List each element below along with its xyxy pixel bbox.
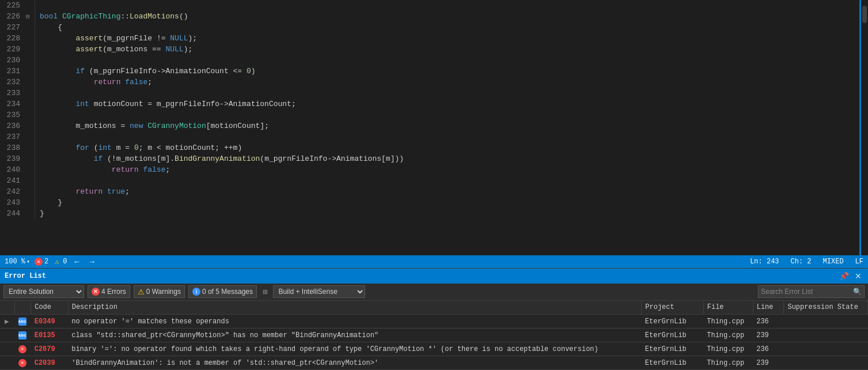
row-description: class "std::shared_ptr<CGrannyMotion>" h… [68,329,642,342]
scope-dropdown[interactable]: Entire Solution Current Project Open Doc… [3,285,84,298]
line-content [35,88,868,99]
code-line: 232 return false; [0,77,868,88]
line-content: if (m_pgrnFileInfo->AnimationCount <= 0) [35,66,868,77]
row-code: C2679 [31,342,68,356]
line-number: 237 [0,131,26,142]
line-gutter [26,197,35,208]
error-list-toolbar: Entire Solution Current Project Open Doc… [0,284,868,301]
messages-filter-button[interactable]: i 0 of 5 Messages [188,285,257,298]
line-gutter [26,55,35,66]
line-gutter [26,142,35,153]
code-line: 233 [0,88,868,99]
error-table-body: ▶ abc E0349 no operator '=' matches thes… [0,315,868,370]
code-line: 241 [0,175,868,186]
line-number: 241 [0,175,26,186]
table-row[interactable]: ▶ abc E0349 no operator '=' matches thes… [0,315,868,329]
row-description: binary '=': no operator found which take… [68,342,642,356]
code-line: 242 return true; [0,186,868,197]
table-row[interactable]: ✕ C2039 'BindGrannyAnimation': is not a … [0,356,868,370]
line-gutter [26,175,35,186]
row-icon-abc: abc [18,318,26,326]
row-project: EterGrnLib [642,356,703,370]
zoom-dropdown-arrow[interactable]: ▾ [26,258,30,265]
error-count-indicator[interactable]: ✕ 2 [35,258,48,266]
row-suppression [784,342,868,356]
line-number: 225 [0,0,26,11]
row-line: 236 [753,342,784,356]
col-line-header[interactable]: Line [753,301,784,315]
line-number: 240 [0,164,26,175]
line-gutter [26,164,35,175]
table-row[interactable]: ✕ C2679 binary '=': no operator found wh… [0,342,868,356]
info-filter-icon: i [192,288,200,296]
error-code: E0135 [35,331,55,339]
toolbar-icon-sort: ⊞ [263,287,267,297]
line-content: return false; [35,164,868,175]
row-expand[interactable] [0,329,15,342]
code-line: 229 assert(m_motions == NULL); [0,44,868,55]
row-suppression [784,329,868,342]
scrollbar-accent [859,0,861,255]
col-code-header[interactable]: Code [31,301,68,315]
row-expand[interactable] [0,342,15,356]
code-line: 230 [0,55,868,66]
expand-button[interactable]: ▶ [3,318,10,324]
line-content [35,0,868,11]
table-header-row: Code Description Project File Line Suppr… [0,301,868,315]
zoom-value: 100 % [5,258,25,266]
code-line: 226 ⊟ bool CGraphicThing::LoadMotions() [0,11,868,22]
col-expand [0,301,15,315]
line-number: 230 [0,55,26,66]
collapse-icon[interactable]: ⊟ [26,13,30,20]
line-content [35,175,868,186]
close-panel-button[interactable]: ✕ [853,271,863,281]
code-line: 238 for (int m = 0; m < motionCount; ++m… [0,142,868,153]
code-line: 243 } [0,197,868,208]
line-number: 244 [0,208,26,219]
col-file-header[interactable]: File [703,301,753,315]
row-icon-cell: abc [15,315,31,329]
col-description-header[interactable]: Description [68,301,642,315]
pin-button[interactable]: 📌 [837,271,851,281]
line-content: return true; [35,186,868,197]
error-filter-icon: ✕ [92,288,100,296]
col-suppression-header[interactable]: Suppression State [784,301,868,315]
nav-forward-button[interactable]: → [86,257,97,266]
row-file: Thing.cpp [703,342,753,356]
line-number: 228 [0,33,26,44]
line-number: 239 [0,153,26,164]
scrollbar-v[interactable] [861,0,868,255]
code-line: 234 int motionCount = m_pgrnFileInfo->An… [0,99,868,110]
line-content [35,55,868,66]
line-content: assert(m_motions == NULL); [35,44,868,55]
warning-count-indicator[interactable]: ⚠ 0 [53,258,67,266]
row-suppression [784,356,868,370]
line-content: for (int m = 0; m < motionCount; ++m) [35,142,868,153]
col-project-header[interactable]: Project [642,301,703,315]
row-expand[interactable]: ▶ [0,315,15,329]
row-expand[interactable] [0,356,15,370]
line-number: 235 [0,110,26,120]
search-input[interactable] [761,288,853,296]
warnings-filter-button[interactable]: ⚠ 0 Warnings [134,285,185,298]
line-number: 229 [0,44,26,55]
line-content: } [35,208,868,219]
cursor-ch: Ch: 2 [791,258,812,266]
line-content: bool CGraphicThing::LoadMotions() [35,11,868,22]
warning-icon: ⚠ [53,258,61,266]
line-gutter [26,131,35,142]
line-content [35,110,868,120]
row-line: 239 [753,356,784,370]
errors-filter-button[interactable]: ✕ 4 Errors [88,285,130,298]
col-icon [15,301,31,315]
search-error-list[interactable]: 🔍 [758,285,865,298]
line-number: 233 [0,88,26,99]
status-right: Ln: 243 Ch: 2 MIXED LF [750,258,863,266]
warning-filter-icon: ⚠ [138,288,145,296]
row-description: no operator '=' matches these operands [68,315,642,329]
table-row[interactable]: abc E0135 class "std::shared_ptr<CGranny… [0,329,868,342]
nav-back-button[interactable]: ← [71,257,82,266]
code-line: 228 assert(m_pgrnFile != NULL); [0,33,868,44]
line-gutter [26,186,35,197]
build-filter-dropdown[interactable]: Build Only IntelliSense Only Build + Int… [273,285,365,298]
